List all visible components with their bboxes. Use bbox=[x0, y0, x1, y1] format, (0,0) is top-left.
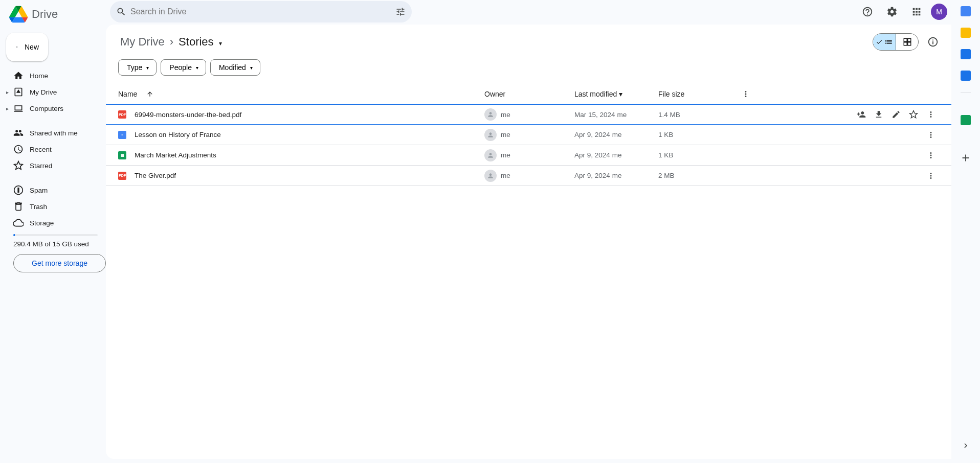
nav-label: Shared with me bbox=[30, 129, 78, 137]
file-name: March Market Adjustments bbox=[135, 151, 216, 159]
nav-label: Storage bbox=[30, 219, 54, 227]
column-modified[interactable]: Last modified▾ bbox=[574, 90, 658, 98]
more-button[interactable] bbox=[923, 106, 939, 123]
filter-type[interactable]: Type▾ bbox=[118, 59, 157, 76]
searchbox[interactable] bbox=[110, 1, 412, 22]
nav-clock[interactable]: Recent bbox=[0, 141, 100, 157]
side-app-keep[interactable] bbox=[961, 28, 971, 38]
support-button[interactable] bbox=[857, 2, 878, 22]
drive-logo[interactable]: Drive bbox=[0, 0, 106, 29]
side-app-calendar[interactable] bbox=[961, 6, 971, 16]
nav-label: Trash bbox=[30, 203, 47, 211]
file-list: PDF 69949-monsters-under-the-bed.pdf me … bbox=[106, 104, 951, 186]
nav-people[interactable]: Shared with me bbox=[0, 125, 100, 141]
column-size[interactable]: File size bbox=[658, 90, 730, 98]
rename-button[interactable] bbox=[888, 106, 904, 123]
more-button[interactable] bbox=[923, 127, 939, 143]
column-owner[interactable]: Owner bbox=[484, 90, 574, 98]
drive-icon bbox=[13, 87, 24, 97]
doc-icon: ≡ bbox=[118, 131, 126, 139]
grid-view-button[interactable] bbox=[896, 34, 918, 50]
sidebar: Drive New Home My Drive Computers Shared… bbox=[0, 0, 106, 463]
owner-avatar-icon bbox=[484, 149, 497, 161]
gear-icon bbox=[886, 6, 898, 17]
side-app-maps[interactable] bbox=[961, 115, 971, 125]
storage-text: 290.4 MB of 15 GB used bbox=[0, 236, 106, 248]
file-row[interactable]: ≡ Lesson on History of France me Apr 9, … bbox=[106, 125, 951, 145]
nav-star[interactable]: Starred bbox=[0, 157, 100, 174]
file-owner: me bbox=[484, 149, 574, 161]
side-collapse-button[interactable] bbox=[956, 436, 975, 455]
chevron-right-icon: › bbox=[170, 35, 173, 49]
nav-home[interactable]: Home bbox=[0, 67, 100, 84]
side-add-button[interactable] bbox=[955, 148, 976, 168]
more-icon bbox=[926, 130, 936, 140]
get-storage-button[interactable]: Get more storage bbox=[13, 254, 106, 272]
tune-icon[interactable] bbox=[395, 7, 406, 17]
plus-icon bbox=[15, 41, 18, 53]
file-size: 2 MB bbox=[658, 172, 730, 179]
more-button[interactable] bbox=[923, 147, 939, 164]
more-button[interactable] bbox=[923, 168, 939, 184]
pdf-icon: PDF bbox=[118, 172, 126, 180]
new-button-label: New bbox=[25, 43, 39, 51]
list-icon bbox=[884, 37, 893, 47]
info-icon bbox=[927, 36, 939, 48]
details-button[interactable] bbox=[923, 32, 943, 52]
download-button[interactable] bbox=[871, 106, 887, 123]
more-icon bbox=[926, 110, 936, 119]
drive-logo-icon bbox=[9, 5, 28, 24]
file-owner: me bbox=[484, 129, 574, 141]
list-view-button[interactable] bbox=[873, 34, 896, 50]
owner-avatar-icon bbox=[484, 170, 497, 182]
grid-icon bbox=[903, 37, 912, 47]
nav-computers[interactable]: Computers bbox=[0, 100, 100, 117]
file-row[interactable]: PDF The Giver.pdf me Apr 9, 2024me 2 MB bbox=[106, 166, 951, 186]
pdf-icon: PDF bbox=[118, 110, 126, 119]
side-app-contacts[interactable] bbox=[961, 71, 971, 81]
filter-bar: Type▾ People▾ Modified▾ bbox=[106, 59, 951, 84]
file-size: 1 KB bbox=[658, 131, 730, 138]
column-more[interactable] bbox=[730, 89, 750, 99]
nav-label: Recent bbox=[30, 146, 52, 153]
nav-drive[interactable]: My Drive bbox=[0, 84, 100, 100]
column-name[interactable]: Name bbox=[118, 90, 484, 98]
breadcrumb-current[interactable]: Stories ▾ bbox=[176, 33, 224, 51]
file-row[interactable]: PDF 69949-monsters-under-the-bed.pdf me … bbox=[106, 104, 951, 125]
filter-modified[interactable]: Modified▾ bbox=[210, 59, 260, 76]
more-icon bbox=[926, 151, 936, 160]
help-icon bbox=[862, 6, 873, 17]
view-toggle bbox=[873, 33, 919, 51]
search-input[interactable] bbox=[126, 7, 395, 16]
file-name: 69949-monsters-under-the-bed.pdf bbox=[135, 111, 241, 119]
nav-label: Home bbox=[30, 72, 48, 80]
nav-spam[interactable]: Spam bbox=[0, 182, 100, 198]
new-button[interactable]: New bbox=[6, 33, 48, 61]
main: M My Drive › Stories ▾ bbox=[106, 0, 951, 463]
download-icon bbox=[874, 110, 883, 119]
table-header: Name Owner Last modified▾ File size bbox=[106, 84, 951, 104]
file-modified: Mar 15, 2024me bbox=[574, 111, 658, 119]
plus-icon bbox=[960, 152, 971, 164]
trash-icon bbox=[13, 201, 24, 212]
share-button[interactable] bbox=[853, 106, 870, 123]
search-icon bbox=[116, 7, 126, 17]
filter-people[interactable]: People▾ bbox=[161, 59, 206, 76]
nav-cloud[interactable]: Storage bbox=[0, 215, 100, 231]
breadcrumb-parent[interactable]: My Drive bbox=[118, 33, 167, 51]
account-avatar[interactable]: M bbox=[931, 4, 947, 20]
apps-icon bbox=[911, 6, 922, 17]
side-divider bbox=[961, 92, 971, 92]
file-size: 1 KB bbox=[658, 151, 730, 159]
nav-trash[interactable]: Trash bbox=[0, 198, 100, 215]
computers-icon bbox=[13, 103, 24, 113]
person-add-icon bbox=[857, 110, 866, 119]
side-app-tasks[interactable] bbox=[961, 49, 971, 59]
sheet-icon: ▦ bbox=[118, 151, 126, 159]
breadcrumbs: My Drive › Stories ▾ bbox=[106, 32, 951, 59]
file-row[interactable]: ▦ March Market Adjustments me Apr 9, 202… bbox=[106, 145, 951, 166]
settings-button[interactable] bbox=[882, 2, 902, 22]
content-area: My Drive › Stories ▾ bbox=[106, 25, 951, 459]
apps-button[interactable] bbox=[906, 2, 927, 22]
star-button[interactable] bbox=[905, 106, 922, 123]
